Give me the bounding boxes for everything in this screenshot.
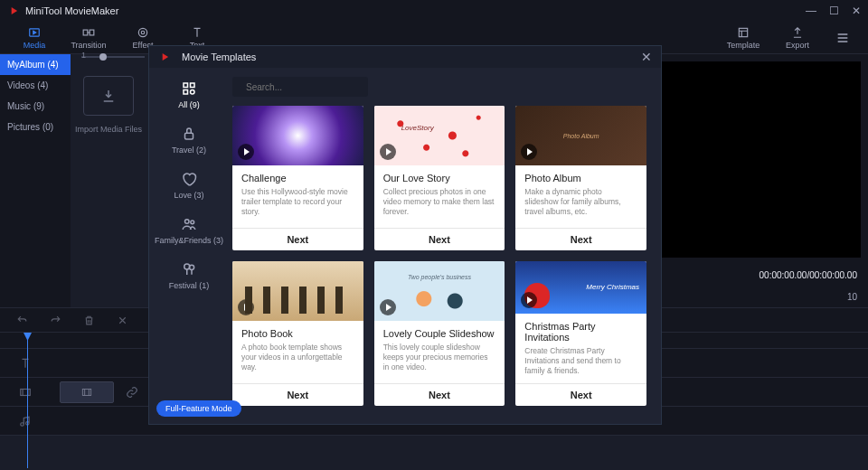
play-icon[interactable]: [238, 299, 254, 315]
category-travel[interactable]: Travel (2): [172, 126, 206, 155]
import-media-button[interactable]: [83, 76, 134, 116]
modal-close-button[interactable]: ✕: [641, 50, 652, 64]
app-logo-icon: [158, 51, 171, 63]
maximize-button[interactable]: ☐: [829, 5, 839, 17]
filmstrip-icon: [80, 386, 93, 399]
play-icon[interactable]: [521, 292, 537, 308]
delete-button[interactable]: [83, 315, 95, 326]
template-desc: Collect precious photos in one video mem…: [383, 187, 496, 221]
tab-media[interactable]: Media: [7, 22, 61, 54]
template-card[interactable]: ChallengeUse this Hollywood-style movie …: [232, 106, 363, 250]
people-icon: [181, 216, 197, 232]
app-logo-icon: [7, 5, 20, 17]
svg-rect-8: [82, 389, 90, 395]
category-all[interactable]: All (9): [178, 80, 200, 109]
download-icon: [100, 88, 117, 104]
next-button[interactable]: Next: [374, 383, 505, 406]
svg-point-4: [138, 28, 146, 36]
svg-rect-13: [185, 133, 193, 139]
svg-point-15: [191, 221, 194, 224]
text-icon: [191, 26, 203, 39]
template-desc: A photo book template shows your videos …: [241, 343, 354, 376]
template-desc: Create Christmas Party Invitations and s…: [524, 346, 637, 376]
template-title: Our Love Story: [383, 173, 496, 183]
effect-icon: [137, 26, 149, 39]
minimize-button[interactable]: —: [806, 5, 816, 17]
transition-icon: [82, 26, 95, 39]
svg-rect-5: [739, 28, 747, 36]
template-thumb: Merry Christmas: [515, 261, 646, 314]
svg-rect-2: [90, 30, 94, 35]
hamburger-icon: [835, 31, 850, 45]
template-card[interactable]: Photo AlbumMake a dynamic photo slidesho…: [515, 106, 646, 250]
link-icon[interactable]: [126, 386, 138, 399]
template-thumb: [515, 106, 646, 165]
audio-track-icon: [19, 415, 32, 428]
import-media-label: Import Media Files: [75, 125, 142, 134]
template-card[interactable]: LoveStory Our Love StoryCollect precious…: [374, 106, 505, 250]
close-button[interactable]: ✕: [852, 5, 861, 17]
template-title: Photo Book: [241, 328, 354, 339]
zoom-slider[interactable]: [81, 56, 145, 58]
sidebar-item-pictures[interactable]: Pictures (0): [0, 117, 71, 137]
template-desc: Use this Hollywood-style movie trailer t…: [241, 187, 354, 221]
template-icon: [737, 26, 750, 39]
svg-rect-10: [191, 83, 195, 88]
template-thumb: LoveStory: [374, 106, 505, 165]
media-panel: Import Media Files: [71, 54, 146, 307]
app-title: MiniTool MovieMaker: [25, 5, 806, 16]
track-total: 10: [847, 292, 857, 302]
library-sidebar: MyAlbum (4) Videos (4) Music (9) Picture…: [0, 54, 71, 307]
sidebar-item-myalbum[interactable]: MyAlbum (4): [0, 54, 71, 75]
next-button[interactable]: Next: [232, 228, 363, 250]
svg-point-14: [185, 220, 190, 224]
template-card[interactable]: Merry Christmas Christmas Party Invitati…: [515, 261, 646, 406]
template-title: Challenge: [241, 173, 354, 183]
svg-rect-7: [21, 389, 31, 395]
split-button[interactable]: [117, 315, 128, 326]
template-card[interactable]: Photo BookA photo book template shows yo…: [232, 261, 363, 406]
text-track-icon: [19, 357, 32, 370]
category-love[interactable]: Love (3): [174, 171, 203, 200]
next-button[interactable]: Next: [515, 228, 646, 250]
play-icon[interactable]: [380, 299, 396, 315]
svg-point-3: [141, 31, 145, 34]
full-feature-mode-button[interactable]: Full-Feature Mode: [156, 400, 241, 417]
tab-transition[interactable]: Transition: [61, 22, 116, 54]
menu-button[interactable]: [825, 31, 861, 45]
next-button[interactable]: Next: [515, 383, 646, 406]
template-category-sidebar: All (9) Travel (2) Love (3) Family&Frien…: [149, 68, 229, 424]
playhead[interactable]: [27, 333, 28, 468]
category-family-friends[interactable]: Family&Friends (3): [155, 216, 223, 245]
play-icon[interactable]: [521, 144, 537, 160]
export-button[interactable]: Export: [770, 22, 825, 54]
template-thumb: [232, 106, 363, 165]
svg-rect-11: [184, 90, 188, 95]
template-button[interactable]: Template: [716, 22, 770, 54]
redo-button[interactable]: [50, 315, 61, 326]
play-icon[interactable]: [380, 144, 396, 160]
template-desc: This lovely couple slideshow keeps your …: [383, 343, 496, 376]
undo-button[interactable]: [16, 315, 28, 326]
template-desc: Make a dynamic photo slideshow for famil…: [524, 187, 637, 221]
heart-icon: [181, 171, 197, 187]
next-button[interactable]: Next: [374, 228, 505, 250]
video-track-icon: [19, 386, 32, 399]
category-festival[interactable]: Festival (1): [169, 261, 210, 290]
sidebar-item-videos[interactable]: Videos (4): [0, 75, 71, 96]
svg-point-12: [191, 90, 195, 95]
search-icon: [240, 82, 241, 92]
svg-rect-1: [83, 30, 88, 35]
search-input[interactable]: [246, 82, 361, 92]
template-thumb: [232, 261, 363, 321]
template-search[interactable]: [232, 77, 368, 97]
svg-rect-9: [184, 83, 188, 88]
template-card[interactable]: Two people's business Lovely Couple Slid…: [374, 261, 505, 406]
next-button[interactable]: Next: [232, 383, 363, 406]
play-icon[interactable]: [238, 144, 254, 160]
titlebar: MiniTool MovieMaker — ☐ ✕: [0, 0, 868, 22]
media-icon: [28, 26, 41, 39]
sidebar-item-music[interactable]: Music (9): [0, 96, 71, 117]
movie-templates-modal: Movie Templates ✕ All (9) Travel (2) Lov…: [148, 45, 662, 425]
video-clip[interactable]: [60, 381, 114, 403]
